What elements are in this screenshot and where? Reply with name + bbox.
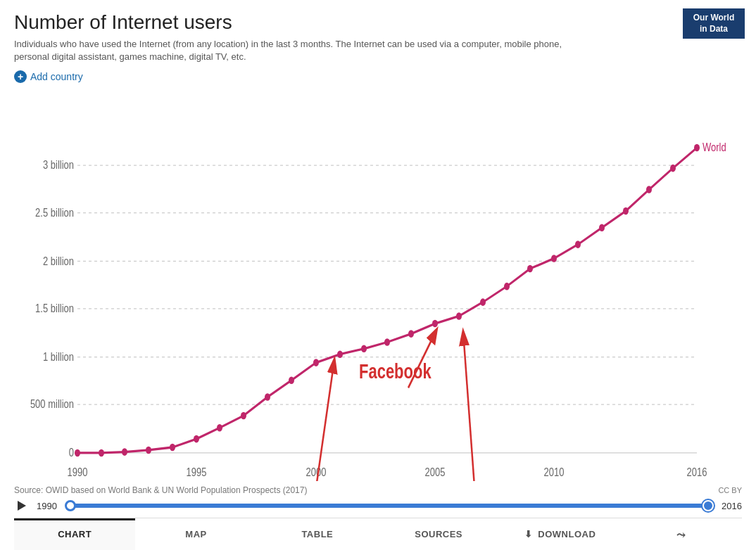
add-country-label: Add country: [30, 71, 83, 82]
tab-row: CHART MAP TABLE SOURCES ⬇ DOWNLOAD ⤳: [14, 518, 742, 550]
share-icon: ⤳: [676, 529, 686, 541]
data-point: [670, 165, 676, 172]
bottom-controls: Source: OWID based on World Bank & UN Wo…: [0, 481, 756, 550]
tab-table[interactable]: TABLE: [257, 518, 378, 550]
svg-text:1.5 billion: 1.5 billion: [35, 302, 74, 315]
svg-text:2000: 2000: [306, 466, 327, 479]
svg-text:2 billion: 2 billion: [43, 254, 74, 267]
tab-download[interactable]: ⬇ DOWNLOAD: [499, 518, 620, 550]
chart-svg: 0 500 million 1 billion 1.5 billion 2 bi…: [14, 90, 742, 481]
tab-chart[interactable]: CHART: [14, 518, 135, 550]
data-point: [432, 320, 438, 328]
twitter-arrow: [463, 332, 479, 481]
add-country-button[interactable]: + Add country: [14, 70, 83, 83]
svg-text:3 billion: 3 billion: [43, 158, 74, 172]
data-point: [99, 449, 104, 457]
svg-text:1 billion: 1 billion: [43, 350, 74, 364]
svg-text:2005: 2005: [425, 466, 446, 479]
svg-text:0: 0: [69, 446, 74, 459]
svg-text:500 million: 500 million: [30, 397, 74, 411]
data-point: [170, 444, 175, 452]
tab-map-label: MAP: [185, 529, 206, 539]
data-point: [527, 265, 533, 273]
download-icon: ⬇: [524, 529, 533, 539]
cc-by-label: CC BY: [718, 486, 742, 494]
main-container: Number of Internet users Individuals who…: [0, 0, 756, 550]
data-point: [551, 255, 557, 263]
data-point: [122, 449, 127, 456]
svg-text:2.5 billion: 2.5 billion: [35, 205, 74, 219]
play-button[interactable]: [14, 498, 30, 513]
header: Number of Internet users Individuals who…: [0, 0, 756, 63]
tab-sources-label: SOURCES: [415, 529, 462, 539]
timeline-slider[interactable]: [66, 499, 712, 513]
chart-area: 0 500 million 1 billion 1.5 billion 2 bi…: [14, 90, 742, 481]
svg-text:2016: 2016: [687, 466, 707, 479]
world-label: World: [703, 141, 726, 154]
play-icon: [18, 501, 26, 511]
data-point: [194, 435, 199, 443]
subtitle: Individuals who have used the Internet (…: [14, 38, 591, 63]
internet-users-line: [77, 148, 697, 453]
data-point: [623, 207, 629, 215]
data-point: [265, 394, 270, 402]
data-point: [289, 377, 294, 385]
svg-text:1990: 1990: [68, 466, 88, 479]
tab-map[interactable]: MAP: [135, 518, 256, 550]
svg-text:1995: 1995: [187, 466, 207, 479]
source-row: Source: OWID based on World Bank & UN Wo…: [14, 485, 742, 495]
data-point: [456, 313, 462, 321]
end-year-label: 2016: [719, 501, 742, 511]
data-point: [646, 186, 652, 194]
start-year-label: 1990: [37, 501, 59, 511]
source-text: Source: OWID based on World Bank & UN Wo…: [14, 485, 307, 495]
data-point: [217, 424, 222, 432]
data-point: [480, 299, 486, 307]
data-point: [313, 359, 319, 367]
tab-chart-label: CHART: [58, 529, 92, 539]
data-point: [694, 144, 700, 152]
tab-share[interactable]: ⤳: [621, 518, 742, 550]
data-point: [408, 331, 414, 338]
data-point: [504, 283, 510, 290]
data-point: [575, 241, 581, 249]
slider-right-thumb[interactable]: [703, 500, 714, 511]
data-point: [241, 412, 246, 420]
tab-table-label: TABLE: [301, 529, 333, 539]
svg-text:2010: 2010: [544, 466, 565, 479]
tab-sources[interactable]: SOURCES: [378, 518, 499, 550]
page-title: Number of Internet users: [14, 11, 742, 34]
data-point: [337, 351, 343, 359]
data-point: [599, 224, 605, 232]
plus-icon: +: [14, 70, 27, 83]
myspace-arrow: [310, 360, 334, 481]
data-point: [146, 447, 151, 454]
data-point: [384, 339, 390, 347]
slider-left-thumb[interactable]: [65, 500, 76, 511]
data-point: [75, 449, 80, 457]
slider-track: [66, 504, 712, 508]
tab-download-label: DOWNLOAD: [538, 529, 596, 539]
owid-logo: Our World in Data: [683, 8, 745, 39]
timeline-row: 1990 2016: [14, 498, 742, 513]
data-point: [361, 345, 367, 353]
